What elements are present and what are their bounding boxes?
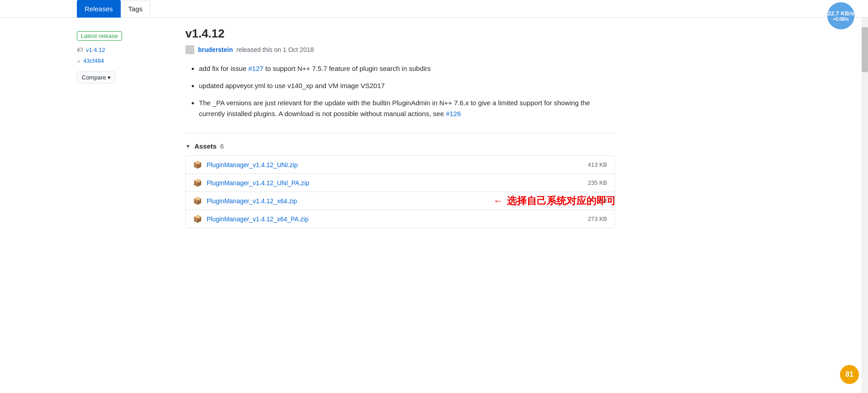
- bullet-item-1: add fix for issue #127 to support N++ 7.…: [199, 63, 615, 74]
- annotation-arrow: ← 选择自己系统对应的即可下载: [493, 194, 615, 208]
- compare-chevron: ▾: [108, 74, 111, 81]
- asset-size: 413 KB: [588, 161, 607, 168]
- assets-label: Assets: [194, 142, 217, 150]
- assets-triangle: ▼: [185, 143, 191, 150]
- zip-icon: 📦: [193, 178, 202, 187]
- main-container: Latest release 🏷 v1.4.12 ⬦ 43cf484 Compa…: [0, 18, 624, 237]
- scrollbar-thumb[interactable]: [862, 27, 868, 72]
- speed-indicator: 22.7 KB/s +0.0B/s: [827, 2, 854, 29]
- asset-link[interactable]: PluginManager_v1.4.12_UNI_PA.zip: [207, 179, 588, 187]
- compare-label: Compare: [82, 74, 106, 81]
- tabs-bar: Releases Tags: [0, 0, 868, 18]
- release-bullet-list: add fix for issue #127 to support N++ 7.…: [185, 63, 615, 119]
- bullet-item-3: The _PA versions are just relevant for t…: [199, 98, 615, 119]
- author-link[interactable]: bruderstein: [198, 46, 233, 53]
- release-content: v1.4.12 bruderstein released this on 1 O…: [172, 27, 624, 228]
- latest-release-badge: Latest release: [77, 31, 122, 41]
- speed-main: 22.7 KB/s: [828, 10, 854, 17]
- asset-row: 📦 PluginManager_v1.4.12_x64_PA.zip 273 K…: [186, 210, 614, 228]
- asset-size: 273 KB: [588, 215, 607, 222]
- asset-row: 📦 PluginManager_v1.4.12_UNI.zip 413 KB: [186, 156, 614, 174]
- red-arrow-icon: ←: [493, 195, 503, 207]
- speed-sub: +0.0B/s: [833, 17, 849, 22]
- tab-tags[interactable]: Tags: [121, 0, 151, 18]
- assets-header[interactable]: ▼ Assets 6: [185, 142, 615, 150]
- zip-icon: 📦: [193, 160, 202, 169]
- tag-icon: 🏷: [77, 46, 83, 53]
- tab-releases[interactable]: Releases: [77, 0, 121, 18]
- commit-icon: ⬦: [77, 57, 80, 64]
- commit-link[interactable]: 43cf484: [83, 57, 104, 64]
- asset-row-annotated: 📦 PluginManager_v1.4.12_x64.zip KB ← 选择自…: [186, 192, 614, 210]
- assets-section: ▼ Assets 6 📦 PluginManager_v1.4.12_UNI.z…: [185, 142, 615, 228]
- release-title: v1.4.12: [185, 27, 615, 41]
- sidebar-commit: ⬦ 43cf484: [77, 57, 172, 64]
- asset-size: 235 KB: [588, 179, 607, 186]
- compare-button[interactable]: Compare ▾: [77, 71, 116, 84]
- sidebar-tag-version: 🏷 v1.4.12: [77, 46, 172, 53]
- release-body: add fix for issue #127 to support N++ 7.…: [185, 63, 615, 119]
- issue-126-link[interactable]: #126: [446, 110, 461, 117]
- version-link[interactable]: v1.4.12: [86, 47, 105, 53]
- zip-icon: 📦: [193, 196, 202, 205]
- avatar: [185, 45, 194, 54]
- assets-count: 6: [220, 142, 224, 150]
- asset-link[interactable]: PluginManager_v1.4.12_UNI.zip: [207, 161, 588, 168]
- bullet-item-2: updated appveyor.yml to use v140_xp and …: [199, 80, 615, 91]
- issue-127-link[interactable]: #127: [248, 65, 263, 72]
- release-meta-text: released this on 1 Oct 2018: [236, 46, 314, 53]
- asset-link[interactable]: PluginManager_v1.4.12_x64_PA.zip: [207, 215, 588, 223]
- section-divider: [185, 133, 615, 133]
- asset-row: 📦 PluginManager_v1.4.12_UNI_PA.zip 235 K…: [186, 174, 614, 192]
- zip-icon: 📦: [193, 215, 202, 223]
- sidebar: Latest release 🏷 v1.4.12 ⬦ 43cf484 Compa…: [77, 27, 172, 228]
- release-meta: bruderstein released this on 1 Oct 2018: [185, 45, 615, 54]
- assets-list: 📦 PluginManager_v1.4.12_UNI.zip 413 KB 📦…: [185, 155, 615, 228]
- scrollbar-track[interactable]: [862, 0, 868, 237]
- annotation-text: 选择自己系统对应的即可下载: [507, 194, 615, 208]
